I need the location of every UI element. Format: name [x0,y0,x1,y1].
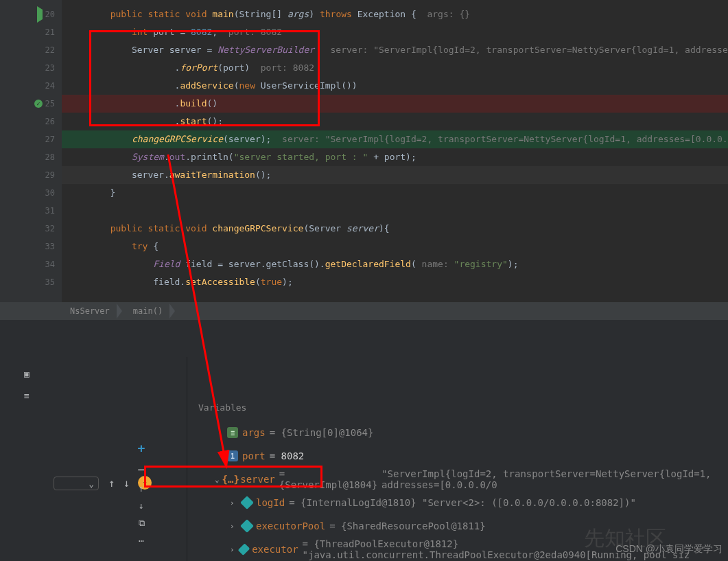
crumb-method[interactable]: main() [126,305,169,317]
code-line-24[interactable]: .addService(new UserServiceImpl()) [62,77,728,95]
code-area[interactable]: public static void main(String[] args) t… [62,0,728,302]
gutter-line[interactable]: 35 [0,273,62,291]
code-line-33[interactable]: try { [62,238,728,255]
watermark-text: CSDN @小袁同学爱学习 [615,543,723,556]
gutter-line[interactable]: 26 [0,113,62,130]
step-prev-icon[interactable]: ↑ [108,477,115,490]
code-line-31[interactable] [62,202,728,220]
gutter-line[interactable]: 29 [0,166,62,184]
add-watch-icon[interactable]: + [138,441,145,455]
run-icon[interactable] [37,10,43,19]
gutter-line[interactable]: 32 [0,220,62,238]
code-line-30[interactable]: } [62,184,728,202]
gutter-line[interactable]: 33 [0,238,62,255]
gutter-line[interactable]: 23 [0,59,62,77]
gutter-line[interactable]: 31 [0,202,62,220]
code-line-20[interactable]: public static void main(String[] args) t… [62,5,728,23]
debug-top-bar [54,320,728,357]
gutter-line[interactable]: ✓25 [0,95,62,113]
var-logid[interactable]: › logId = {InternalLogId@1810} "Server<2… [215,491,728,514]
move-down-icon[interactable]: ↓ [139,501,144,511]
code-line-28[interactable]: System.out.println("server started, port… [62,148,728,166]
primitive-icon: 1 [227,450,238,461]
annotation-box-variable [144,466,322,488]
gutter-line[interactable]: 28 [0,148,62,166]
code-line-22[interactable]: Server server = NettyServerBuilder serve… [62,41,728,59]
code-line-23[interactable]: .forPort(port) port: 8082 [62,59,728,77]
code-line-35[interactable]: field.setAccessible(true); [62,273,728,291]
chevron-right-icon[interactable]: › [230,522,238,531]
gutter-line[interactable]: 24 [0,77,62,95]
field-icon [240,519,254,533]
gutter-line[interactable]: 34 [0,255,62,273]
code-line-25[interactable]: .build() [62,95,728,113]
gutter-line[interactable]: 27 [0,130,62,148]
copy-icon[interactable]: ⧉ [139,518,145,529]
gutter: 20 21 22 23 24 ✓25 26 27 28 29 30 31 32 … [0,0,62,302]
array-icon: ≡ [227,427,238,438]
step-next-icon[interactable]: ↓ [124,477,130,490]
var-args[interactable]: ≡ args = {String[0]@1064} [215,421,728,444]
gutter-line[interactable]: 22 [0,41,62,59]
debug-toolbar-left: ▣ ≡ [0,320,54,561]
chevron-right-icon[interactable]: › [230,545,236,554]
move-up-icon[interactable]: ↑ [139,483,144,494]
field-icon [240,496,254,510]
variables-title: Variables [190,397,728,418]
thread-dropdown[interactable]: ⌄ [54,477,99,490]
var-port[interactable]: 1 port = 8082 [215,444,728,468]
code-line-32[interactable]: public static void changeGRPCService(Ser… [62,220,728,238]
code-line-26[interactable]: .start(); [62,113,728,130]
frames-panel: ⌄ ↑ ↓ ▾ [54,357,187,561]
code-line-29[interactable]: server.awaitTermination(); [62,166,728,184]
more-icon[interactable]: ⋯ [139,536,144,546]
threads-icon[interactable]: ≡ [19,387,35,404]
code-line-21[interactable]: int port = 8082; port: 8082 [62,23,728,41]
editor-area: 20 21 22 23 24 ✓25 26 27 28 29 30 31 32 … [0,0,728,302]
code-line-27[interactable]: changeGRPCService(server); server: "Serv… [62,130,728,148]
gutter-line[interactable]: 21 [0,23,62,41]
crumb-file[interactable]: NsServer [63,305,117,317]
code-line-34[interactable]: Field field = server.getClass().getDecla… [62,255,728,273]
gutter-line[interactable]: 20 [0,5,62,23]
breadcrumbs: NsServer main() [0,302,728,320]
console-icon[interactable]: ▣ [19,365,35,382]
gutter-line[interactable]: 30 [0,184,62,202]
check-icon: ✓ [34,100,43,108]
field-icon [238,543,250,556]
chevron-right-icon[interactable]: › [230,499,238,507]
variables-toolbar: + − ↑ ↓ ⧉ ⋯ [132,441,151,546]
